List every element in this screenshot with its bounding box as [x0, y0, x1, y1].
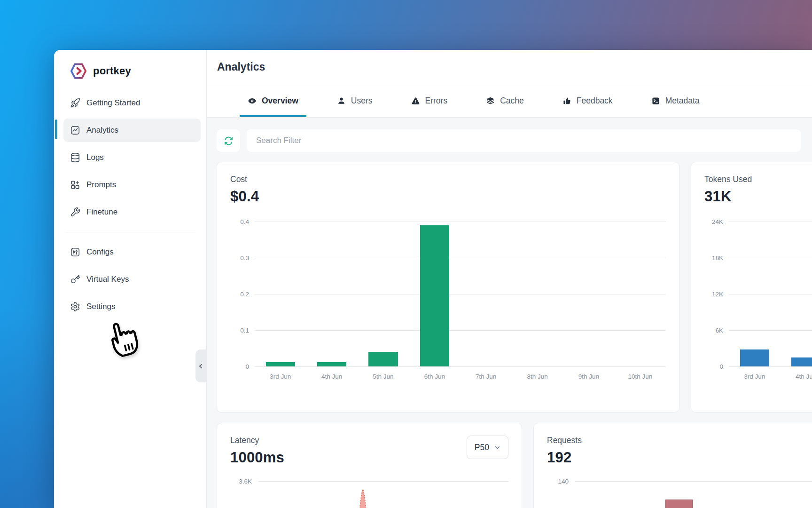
- page-header: Analytics: [207, 50, 812, 84]
- requests-bar-chart: 140: [547, 481, 812, 508]
- y-axis-tick: 6K: [715, 327, 723, 334]
- sidebar-item-logs[interactable]: Logs: [63, 146, 201, 169]
- gear-icon: [70, 302, 80, 312]
- latency-card-title: Latency: [230, 436, 284, 445]
- sidebar-item-label: Prompts: [86, 180, 116, 190]
- x-axis-tick: 10th Jun: [615, 366, 666, 380]
- cursor-hand-icon: [102, 313, 146, 360]
- sidebar-item-label: Settings: [86, 302, 115, 311]
- configs-icon: [70, 247, 80, 257]
- gridline: [575, 481, 812, 482]
- chart-bar: [266, 362, 295, 366]
- brand-logo[interactable]: portkey: [54, 50, 206, 80]
- cost-card-value: $0.4: [230, 188, 666, 205]
- page-title: Analytics: [217, 61, 265, 73]
- sidebar-item-label: Virtual Keys: [86, 275, 129, 284]
- percentile-select-value: P50: [475, 443, 489, 452]
- logs-icon: [70, 152, 80, 163]
- y-axis-tick: 0.4: [240, 218, 249, 225]
- y-axis-tick: 0: [719, 363, 723, 370]
- active-nav-indicator: [55, 119, 57, 139]
- tab-label: Metadata: [665, 96, 700, 106]
- sidebar-item-label: Analytics: [86, 126, 118, 135]
- y-axis-tick: 3.6K: [239, 478, 252, 485]
- sidebar-item-label: Logs: [86, 153, 104, 162]
- tab-overview[interactable]: Overview: [240, 84, 306, 117]
- latency-area-chart: 3.6K: [230, 481, 508, 508]
- finetune-icon: [70, 207, 80, 217]
- latency-card: Latency 1000ms P50 3.6K: [217, 423, 522, 508]
- key-icon: [70, 274, 80, 285]
- sidebar-item-prompts[interactable]: Prompts: [63, 173, 201, 197]
- tokens-used-card: Tokens Used 31K 24K18K12K6K03rd Jun4th J…: [691, 162, 812, 413]
- y-axis-tick: 24K: [712, 218, 723, 225]
- sidebar-nav-secondary: ConfigsVirtual KeysSettings: [54, 240, 206, 318]
- errors-icon: [411, 96, 420, 105]
- sidebar-item-analytics[interactable]: Analytics: [63, 119, 201, 142]
- cards-row-top: Cost $0.4 0.40.30.20.103rd Jun4th Jun5th…: [217, 162, 812, 413]
- metadata-icon: [651, 96, 660, 105]
- chart-bar: [368, 352, 398, 366]
- y-axis-tick: 12K: [712, 291, 723, 298]
- feedback-icon: [562, 96, 571, 105]
- latency-area-series: [258, 481, 508, 508]
- sidebar: portkey Getting StartedAnalyticsLogsProm…: [54, 50, 207, 508]
- sidebar-collapse-button[interactable]: [195, 349, 206, 382]
- chart-bar: [665, 500, 692, 508]
- sidebar-divider: [65, 232, 195, 232]
- percentile-select[interactable]: P50: [467, 436, 508, 459]
- latency-card-value: 1000ms: [230, 449, 284, 466]
- tab-label: Feedback: [577, 96, 613, 106]
- sidebar-item-virtual-keys[interactable]: Virtual Keys: [63, 268, 201, 291]
- tab-label: Overview: [262, 96, 298, 106]
- refresh-icon: [224, 136, 234, 146]
- search-input[interactable]: [247, 129, 801, 152]
- tab-feedback[interactable]: Feedback: [554, 84, 621, 117]
- analytics-icon: [70, 125, 80, 135]
- portkey-logo-icon: [70, 62, 87, 80]
- main-area: Analytics OverviewUsersErrorsCacheFeedba…: [207, 50, 812, 508]
- x-axis-tick: 4th Jun: [780, 366, 812, 380]
- x-axis-tick: 8th Jun: [512, 366, 563, 380]
- chart-bar: [420, 225, 449, 366]
- sidebar-item-configs[interactable]: Configs: [63, 240, 201, 264]
- chevron-left-icon: [198, 363, 204, 369]
- y-axis-tick: 0.1: [240, 327, 249, 334]
- prompts-icon: [70, 180, 80, 190]
- y-axis-tick: 0: [245, 363, 249, 370]
- tab-label: Cache: [500, 96, 524, 106]
- y-axis-tick: 140: [558, 478, 569, 485]
- sidebar-item-label: Finetune: [86, 207, 117, 217]
- sidebar-item-settings[interactable]: Settings: [63, 295, 201, 318]
- cost-bar-chart: 0.40.30.20.103rd Jun4th Jun5th Jun6th Ju…: [230, 222, 666, 380]
- chart-bar: [317, 362, 346, 366]
- tokens-bar-chart: 24K18K12K6K03rd Jun4th Jun5th Jun6th Jun…: [704, 222, 812, 380]
- tab-cache[interactable]: Cache: [478, 84, 532, 117]
- filter-row: [217, 129, 812, 152]
- tab-label: Users: [351, 96, 373, 106]
- x-axis-tick: 5th Jun: [358, 366, 409, 380]
- tab-errors[interactable]: Errors: [403, 84, 456, 117]
- refresh-button[interactable]: [217, 129, 240, 152]
- content-area: Cost $0.4 0.40.30.20.103rd Jun4th Jun5th…: [207, 118, 812, 508]
- x-axis-tick: 3rd Jun: [255, 366, 306, 380]
- sidebar-item-getting-started[interactable]: Getting Started: [63, 91, 201, 115]
- cost-card: Cost $0.4 0.40.30.20.103rd Jun4th Jun5th…: [217, 162, 679, 413]
- tab-users[interactable]: Users: [329, 84, 381, 117]
- sidebar-item-label: Configs: [86, 247, 114, 257]
- tokens-card-title: Tokens Used: [704, 175, 812, 184]
- requests-card-title: Requests: [547, 436, 812, 445]
- x-axis-tick: 6th Jun: [409, 366, 460, 380]
- eye-icon: [248, 96, 257, 105]
- sidebar-item-label: Getting Started: [86, 98, 140, 108]
- chart-bar: [791, 357, 812, 366]
- sidebar-nav-primary: Getting StartedAnalyticsLogsPromptsFinet…: [54, 91, 206, 224]
- x-axis-tick: 9th Jun: [563, 366, 614, 380]
- cache-icon: [486, 96, 495, 105]
- sidebar-item-finetune[interactable]: Finetune: [63, 200, 201, 224]
- tab-metadata[interactable]: Metadata: [643, 84, 708, 117]
- rocket-icon: [70, 98, 80, 108]
- tab-label: Errors: [425, 96, 448, 106]
- brand-name: portkey: [93, 65, 131, 77]
- gridline: [729, 366, 812, 367]
